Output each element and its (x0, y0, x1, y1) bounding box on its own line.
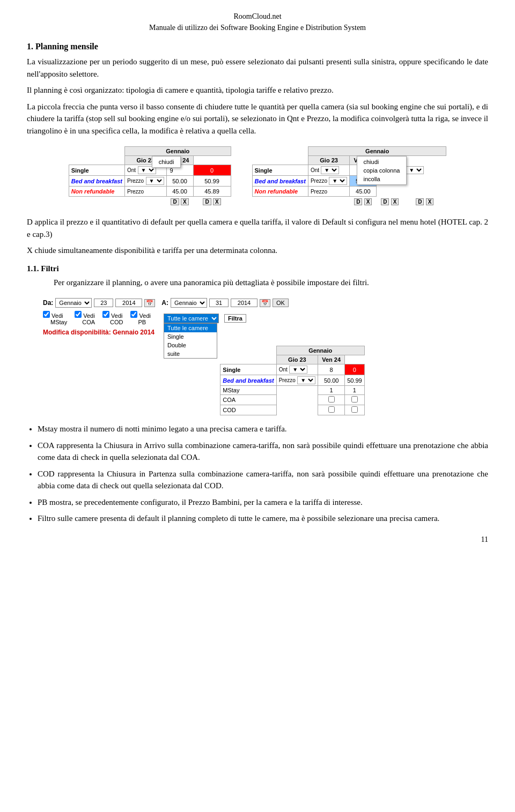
section11-para: Per organizzare il planning, o avere una… (54, 277, 488, 289)
list-item: Filtro sulle camere presenta di default … (38, 512, 488, 525)
planning-table-right: Gennaio Gio 23 Ven 24 Sab 25 Single Ont … (252, 146, 447, 206)
para2: Il planning è così organizzato: tipologi… (27, 84, 488, 96)
filtered-ont-select[interactable]: ▼ (289, 366, 307, 374)
coa-cell-1[interactable] (328, 396, 335, 403)
ctx-chiudi[interactable]: chiudi (152, 158, 181, 166)
bullet-list: Mstay mostra il numero di notti minimo l… (38, 423, 488, 525)
a-label: A: (161, 299, 168, 307)
list-item: COD rappresenta la Chiusura in Partenza … (38, 468, 488, 492)
x-btn-r1[interactable]: X (364, 198, 372, 205)
ctx-copia[interactable]: copia colonna (357, 166, 407, 175)
da-calendar-icon[interactable]: 📅 (144, 299, 155, 307)
filtra-button[interactable]: Filtra (224, 314, 246, 323)
da-year-input[interactable] (115, 299, 142, 307)
section11-heading: 1.1. Filtri (27, 264, 488, 273)
d-button-1[interactable]: D (171, 198, 179, 205)
filtered-row-single: Single Ont ▼ 8 0 (220, 364, 364, 375)
x-btn-r3[interactable]: X (426, 198, 434, 205)
checkbox-mstay: Vedi MStay (43, 311, 67, 325)
prezzo-select-r1[interactable]: ▼ (329, 177, 347, 185)
planning-images-row: Gennaio Gio 23 Ven 24 Single Ont ▼ (27, 146, 488, 206)
filtered-row-bb: Bed and breakfast Prezzo ▼ 50.00 50.99 (220, 375, 364, 386)
list-item: Mstay mostra il numero di notti minimo l… (38, 423, 488, 435)
d-btn-r2[interactable]: D (381, 198, 389, 205)
modifica-label: Modifica disponibilità: Gennaio 2014 (43, 329, 488, 336)
month-header-right: Gennaio (308, 147, 446, 156)
planning-right: Gennaio Gio 23 Ven 24 Sab 25 Single Ont … (252, 146, 447, 206)
checkbox-cod: Vedi COD (102, 311, 123, 325)
ctx-menu: chiudi (152, 156, 181, 168)
table-row: Bed and breakfast Prezzo ▼ 50.00 50.99 (69, 176, 236, 187)
coa-cell-2[interactable] (351, 396, 358, 403)
filtered-row-cod: COD (220, 405, 364, 415)
checkbox-pb: Vedi PB (130, 311, 150, 325)
filter-checkbox-row: Vedi MStay Vedi COA Vedi COD Vedi (43, 311, 488, 325)
da-month-select[interactable]: Gennaio (55, 298, 92, 308)
filtered-month-header: Gennaio (276, 346, 364, 355)
dropdown-double[interactable]: Double (164, 341, 217, 349)
table-row-dx: D X D X (69, 197, 236, 207)
dropdown-suite[interactable]: suite (164, 349, 217, 358)
a-month-select[interactable]: Gennaio (171, 298, 207, 308)
camera-dropdown-open: Tutte le camere Single Double suite (164, 323, 217, 359)
table-row: Single Ont ▼ 8 0 ▼ (252, 165, 446, 176)
list-item: COA rappresenta la Chiusura in Arrivo su… (38, 439, 488, 464)
table-row: Bed and breakfast Prezzo ▼ 50.00 (252, 176, 446, 187)
x-button-2[interactable]: X (213, 198, 221, 205)
d-btn-r3[interactable]: D (416, 198, 424, 205)
planning-table-left: Gennaio Gio 23 Ven 24 Single Ont ▼ (69, 146, 236, 206)
section-dx-explanation: D applica il prezzo e il quantitativo di… (27, 216, 488, 257)
section-planning-mensile: 1. Planning mensile La visualizzazione p… (27, 42, 488, 137)
camera-select[interactable]: Tutte le camere (164, 314, 219, 323)
section-heading: 1. Planning mensile (27, 42, 488, 51)
filter-date-row: Da: Gennaio 📅 A: Gennaio 📅 OK (43, 298, 488, 308)
x-btn-r2[interactable]: X (391, 198, 399, 205)
para3: La piccola freccia che punta verso il ba… (27, 101, 488, 137)
col-select-r1[interactable]: ▼ (406, 166, 424, 174)
a-day-input[interactable] (209, 299, 229, 307)
cod-checkbox[interactable] (102, 311, 109, 318)
camera-filter: Tutte le camere Tutte le camere Single D… (164, 314, 219, 323)
prezzo-select-1[interactable]: ▼ (146, 177, 164, 185)
table-row-dx-right: D X D X D X (252, 197, 446, 207)
cod-cell-1[interactable] (328, 406, 335, 413)
table-row: Non refundable Prezzo 45.00 (252, 187, 446, 197)
da-label: Da: (43, 299, 53, 307)
dropdown-tutte[interactable]: Tutte le camere (164, 324, 217, 332)
site-name: RoomCloud.net (27, 11, 488, 22)
section-filtri: 1.1. Filtri Per organizzare il planning,… (27, 264, 488, 289)
d-button-2[interactable]: D (203, 198, 211, 205)
x-button-1[interactable]: X (181, 198, 189, 205)
month-header-left: Gennaio (125, 147, 231, 156)
cod-cell-2[interactable] (351, 406, 358, 413)
filtered-row-coa: COA (220, 395, 364, 405)
page-number: 11 (27, 535, 488, 544)
ont-select-r1[interactable]: ▼ (321, 166, 339, 174)
da-day-input[interactable] (94, 299, 113, 307)
a-year-input[interactable] (231, 299, 258, 307)
d-btn-r1[interactable]: D (354, 198, 362, 205)
context-menu-left: chiudi (152, 156, 181, 168)
ok-button[interactable]: OK (273, 299, 289, 307)
filtered-row-mstay: MStay 1 1 (220, 386, 364, 395)
planning-left: Gennaio Gio 23 Ven 24 Single Ont ▼ (69, 146, 236, 206)
table-row: Non refundable Prezzo 45.00 45.89 (69, 187, 236, 197)
ctx-chiudi-r[interactable]: chiudi (357, 158, 407, 166)
filter-section: Da: Gennaio 📅 A: Gennaio 📅 OK Vedi MStay (27, 298, 488, 336)
coa-checkbox[interactable] (75, 311, 82, 318)
filtered-prezzo-select[interactable]: ▼ (297, 376, 315, 384)
para1: La visualizzazione per un periodo sugger… (27, 56, 488, 80)
ctx-incolla[interactable]: incolla (357, 175, 407, 183)
checkbox-coa: Vedi COA (75, 311, 95, 325)
page-header: RoomCloud.net Manuale di utilizzo dei So… (27, 11, 488, 33)
mstay-checkbox[interactable] (43, 311, 50, 318)
pb-checkbox[interactable] (130, 311, 137, 318)
list-item: PB mostra, se precedentemente configurat… (38, 496, 488, 509)
dropdown-single[interactable]: Single (164, 332, 217, 341)
context-menu-right: chiudi copia colonna incolla (357, 156, 407, 185)
para-dx: D applica il prezzo e il quantitativo di… (27, 216, 488, 240)
doc-title: Manuale di utilizzo dei Software Booking… (27, 22, 488, 33)
a-calendar-icon[interactable]: 📅 (260, 299, 270, 307)
planning-table-filtered: Gennaio Gio 23 Ven 24 Single Ont ▼ 8 0 (220, 346, 364, 415)
para-x: X chiude simultaneamente disponibilità e… (27, 244, 488, 257)
